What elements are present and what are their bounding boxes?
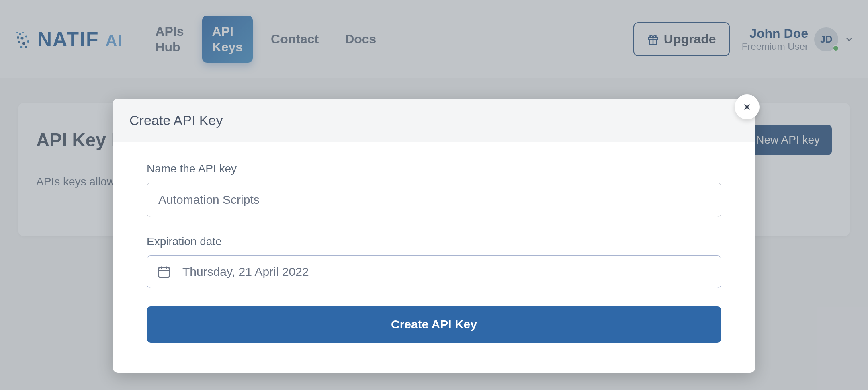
create-api-key-submit-button[interactable]: Create API Key — [147, 306, 721, 343]
svg-rect-16 — [159, 268, 170, 277]
modal-close-button[interactable] — [735, 94, 760, 119]
expiration-date-field[interactable] — [147, 255, 721, 288]
modal-header: Create API Key — [113, 99, 755, 142]
expiration-date-input[interactable] — [171, 265, 711, 279]
name-label: Name the API key — [147, 162, 721, 175]
modal-body: Name the API key Expiration date Create … — [113, 142, 755, 373]
api-key-name-input[interactable] — [147, 183, 721, 217]
calendar-icon — [157, 265, 171, 279]
close-icon — [743, 103, 751, 111]
create-api-key-modal: Create API Key Name the API key Expirati… — [113, 99, 755, 373]
date-label: Expiration date — [147, 235, 721, 248]
modal-overlay[interactable]: Create API Key Name the API key Expirati… — [0, 0, 868, 390]
modal-title: Create API Key — [129, 113, 739, 128]
